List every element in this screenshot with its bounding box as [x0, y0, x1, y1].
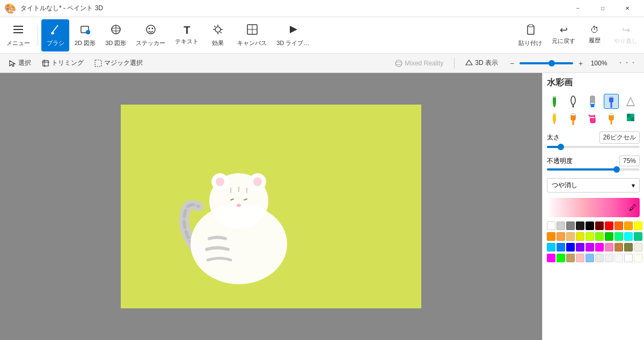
swatch[interactable] [566, 221, 575, 230]
swatch[interactable] [614, 243, 623, 252]
swatch[interactable] [634, 221, 642, 230]
swatch[interactable] [576, 243, 584, 252]
brush-eraser[interactable] [623, 94, 638, 109]
opacity-slider[interactable] [547, 168, 640, 171]
menu-button[interactable]: メニュー [2, 19, 34, 51]
swatch[interactable] [595, 221, 604, 230]
text-button[interactable]: T テキスト [171, 19, 203, 51]
svg-line-18 [214, 26, 215, 27]
canvas-icon [246, 24, 258, 37]
canvas-surface[interactable] [121, 105, 421, 308]
title-bar: 🎨 タイトルなし* - ペイント 3D − □ ✕ [0, 0, 644, 17]
size-label: 太さ [547, 133, 560, 142]
sticker-icon [145, 24, 157, 37]
svg-point-71 [588, 115, 590, 116]
swatch[interactable] [566, 254, 575, 262]
undo-button[interactable]: ↩ 元に戻す [547, 19, 580, 51]
swatch[interactable] [614, 232, 623, 241]
title-bar-title: タイトルなし* - ペイント 3D [20, 4, 103, 13]
opacity-row: 不透明度 75% [547, 156, 640, 166]
panel-title: 水彩画 [547, 77, 640, 88]
swatch[interactable] [634, 243, 642, 252]
sticker-button[interactable]: ステッカー [131, 19, 170, 51]
swatch[interactable] [547, 232, 555, 241]
brush-spray[interactable] [585, 111, 600, 126]
swatch[interactable] [614, 221, 623, 230]
effects-icon [212, 24, 224, 37]
swatch[interactable] [605, 221, 613, 230]
swatch[interactable] [576, 221, 584, 230]
select-button[interactable]: 選択 [4, 56, 35, 70]
swatch[interactable] [624, 243, 633, 252]
brush-crayon[interactable] [547, 94, 562, 109]
swatch[interactable] [624, 232, 633, 241]
swatch[interactable] [566, 243, 575, 252]
canvas-area[interactable] [0, 73, 542, 340]
mixed-reality-button[interactable]: Mixed Reality [391, 57, 448, 69]
finish-dropdown[interactable]: つや消し ▾ [547, 178, 640, 193]
effects-button[interactable]: 効果 [204, 19, 232, 51]
color-gradient[interactable]: 🖊 [547, 198, 640, 217]
canvas-label: キャンバス [237, 39, 267, 47]
swatch[interactable] [595, 232, 604, 241]
swatch[interactable] [557, 232, 565, 241]
shape3d-button[interactable]: 3D 図形 [101, 19, 130, 51]
menu-label: メニュー [6, 39, 30, 47]
swatch[interactable] [557, 254, 565, 262]
swatch[interactable] [557, 221, 565, 230]
brush-button[interactable]: ブラシ [41, 19, 69, 51]
swatch[interactable] [586, 232, 594, 241]
swatch[interactable] [547, 254, 555, 262]
live3d-button[interactable]: 3D ライブ… [272, 19, 313, 51]
brush-pen[interactable] [566, 94, 581, 109]
zoom-in-button[interactable]: + [575, 58, 586, 69]
view3d-label: 3D 表示 [475, 58, 498, 68]
more-button[interactable]: ・・・ [614, 57, 640, 69]
swatch[interactable] [595, 254, 604, 262]
swatch[interactable] [624, 254, 633, 262]
swatch[interactable] [557, 243, 565, 252]
swatch[interactable] [586, 243, 594, 252]
brush-oil[interactable] [566, 111, 581, 126]
swatch[interactable] [586, 221, 594, 230]
canvas-button[interactable]: キャンバス [233, 19, 271, 51]
shape2d-button[interactable]: 2D 図形 [70, 19, 100, 51]
magic-select-button[interactable]: マジック選択 [90, 56, 147, 70]
swatch[interactable] [576, 232, 584, 241]
brush-marker[interactable] [585, 94, 600, 109]
zoom-out-button[interactable]: − [507, 58, 517, 69]
brush-fill[interactable] [604, 111, 619, 126]
swatch[interactable] [634, 232, 642, 241]
brush-watercolor[interactable] [604, 94, 619, 109]
trim-button[interactable]: トリミング [38, 56, 88, 70]
swatch-grid-3 [547, 243, 640, 252]
mixed-reality-label: Mixed Reality [405, 60, 443, 67]
close-button[interactable]: ✕ [615, 0, 640, 17]
maximize-button[interactable]: □ [590, 0, 615, 17]
swatch[interactable] [576, 254, 584, 262]
paste-button[interactable]: 貼り付け [514, 19, 546, 51]
redo-button[interactable]: ↪ やり直し [610, 19, 642, 51]
swatch[interactable] [605, 243, 613, 252]
history-button[interactable]: ⏱ 履歴 [581, 19, 609, 51]
live3d-label: 3D ライブ… [276, 39, 309, 47]
view3d-button[interactable]: 3D 表示 [461, 56, 502, 70]
eyedropper-button[interactable]: 🖊 [629, 203, 636, 212]
swatch[interactable] [595, 243, 604, 252]
brush-pixel[interactable] [623, 111, 638, 126]
zoom-slider[interactable] [519, 62, 573, 64]
swatch[interactable] [634, 254, 642, 262]
svg-rect-0 [13, 26, 23, 27]
swatch[interactable] [605, 254, 613, 262]
shape2d-label: 2D 図形 [75, 39, 96, 47]
swatch[interactable] [586, 254, 594, 262]
size-slider[interactable] [547, 146, 640, 148]
swatch[interactable] [566, 232, 575, 241]
minimize-button[interactable]: − [566, 0, 590, 17]
swatch[interactable] [614, 254, 623, 262]
swatch[interactable] [605, 232, 613, 241]
swatch[interactable] [547, 221, 555, 230]
brush-pencil-sketch[interactable] [547, 111, 562, 126]
swatch[interactable] [624, 221, 633, 230]
swatch[interactable] [547, 243, 555, 252]
